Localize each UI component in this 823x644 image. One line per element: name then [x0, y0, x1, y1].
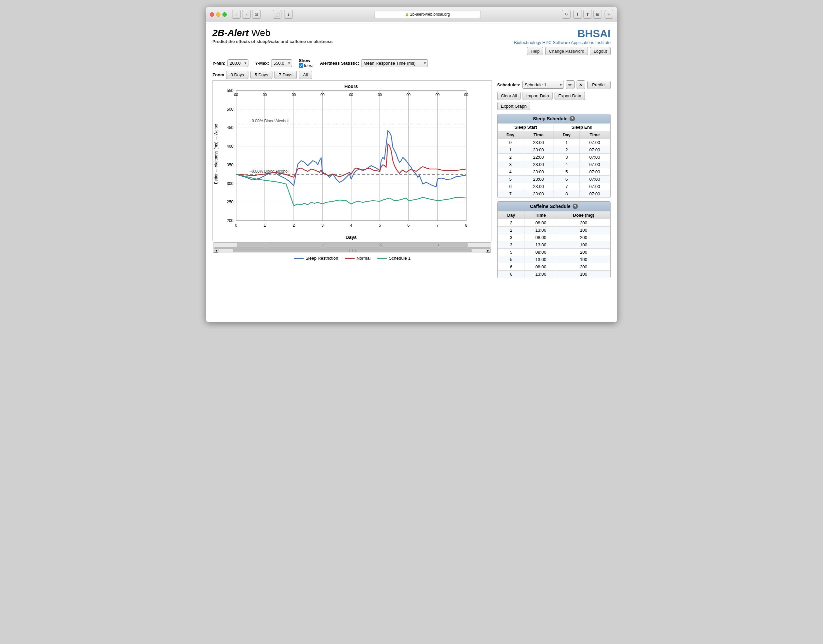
show-values-label: lues:: [304, 63, 313, 68]
sleep-start-header: Sleep Start: [498, 124, 554, 131]
table-cell: 100: [557, 227, 610, 234]
sleep-schedule-table: Sleep Start Sleep End Day Time Day Time: [497, 123, 610, 198]
scroll-label-5: 5: [380, 243, 382, 247]
scroll-left-button[interactable]: ◄: [214, 249, 218, 253]
caffeine-schedule-row: 213:00100: [498, 227, 610, 234]
scroll-label-7: 7: [438, 243, 439, 247]
table-cell: 07:00: [579, 190, 610, 198]
svg-text:550: 550: [227, 88, 233, 93]
table-cell: 4: [554, 161, 579, 168]
share-action-button[interactable]: ⬆: [583, 10, 592, 19]
table-cell: 23:00: [523, 176, 554, 183]
edit-schedule-button[interactable]: ✏: [566, 80, 574, 89]
back-button[interactable]: ‹: [232, 10, 241, 19]
app-subtitle: Predict the effects of sleep/wake and ca…: [212, 39, 333, 44]
sleep-schedule-body: 023:00107:00123:00207:00222:00307:00323:…: [498, 139, 610, 198]
schedule-select[interactable]: Schedule 1: [522, 81, 564, 89]
browser-actions: ⬇ ⬆ ⊞: [573, 10, 602, 19]
table-cell: 08:00: [525, 249, 557, 256]
sleep-schedule-row: 323:00407:00: [498, 161, 610, 168]
legend-normal: Normal: [345, 256, 370, 261]
new-tab-button[interactable]: +: [605, 10, 613, 19]
zoom-label: Zoom: [212, 72, 224, 77]
caffeine-schedule-row: 608:00200: [498, 263, 610, 271]
caffeine-schedule-row: 308:00200: [498, 234, 610, 241]
svg-text:450: 450: [227, 125, 233, 130]
app-title: 2B-Alert Web: [212, 28, 333, 38]
y-max-select[interactable]: 550.0: [271, 59, 292, 67]
sleep-end-time-header: Time: [579, 131, 610, 139]
caffeine-schedule-row: 613:00100: [498, 271, 610, 278]
sleep-start-day-header: Day: [498, 131, 523, 139]
import-data-button[interactable]: Import Data: [522, 92, 553, 100]
svg-text:5: 5: [379, 223, 381, 228]
table-cell: 6: [498, 183, 523, 190]
scroll-right-button[interactable]: ►: [486, 249, 491, 253]
action-row-1: Clear All Import Data Export Data: [497, 92, 611, 100]
y-max-select-wrapper: 550.0 ▼: [271, 59, 292, 67]
table-cell: 5: [498, 176, 523, 183]
table-cell: 5: [498, 256, 525, 263]
show-values-checkbox[interactable]: [299, 63, 303, 67]
caffeine-schedule-help-icon[interactable]: ?: [573, 204, 578, 209]
zoom-5days-button[interactable]: 5 Days: [250, 71, 272, 79]
sleep-schedule-title: Sleep Schedule: [533, 116, 567, 121]
reload-button[interactable]: ↻: [562, 10, 571, 19]
sleep-schedule-header: Sleep Schedule ?: [497, 114, 610, 123]
y-min-label: Y-Min:: [212, 61, 226, 66]
sleep-schedule-help-icon[interactable]: ?: [570, 116, 575, 121]
svg-text:2: 2: [293, 223, 295, 228]
table-cell: 22:00: [523, 154, 554, 161]
export-data-button[interactable]: Export Data: [554, 92, 585, 100]
caffeine-schedule-title: Caffeine Schedule: [530, 204, 570, 209]
table-cell: 23:00: [523, 139, 554, 146]
table-cell: 200: [557, 219, 610, 227]
logout-button[interactable]: Logout: [590, 47, 611, 55]
sleep-schedule-row: 222:00307:00: [498, 154, 610, 161]
caffeine-schedule-section: Caffeine Schedule ? Day Time Dose (mg): [497, 201, 611, 278]
legend-normal-line: [345, 258, 355, 259]
tabs-button[interactable]: ⊞: [593, 10, 602, 19]
table-cell: 3: [498, 234, 525, 241]
table-cell: 2: [498, 154, 523, 161]
sleep-end-header: Sleep End: [554, 124, 610, 131]
sleep-schedule-section: Sleep Schedule ? Sleep Start Sleep End D…: [497, 113, 611, 198]
clear-all-button[interactable]: Clear All: [497, 92, 521, 100]
zoom-3days-button[interactable]: 3 Days: [226, 71, 248, 79]
info-button[interactable]: ℹ: [284, 10, 293, 19]
alertness-select-wrapper: Mean Response Time (ms) ▼: [361, 59, 428, 67]
address-bar[interactable]: 🔒 2b-alert-web.bhsai.org: [374, 11, 481, 18]
share-button[interactable]: ⬜: [273, 10, 281, 19]
table-cell: 07:00: [579, 176, 610, 183]
table-cell: 07:00: [579, 183, 610, 190]
delete-schedule-button[interactable]: ✕: [577, 80, 585, 89]
table-cell: 6: [498, 271, 525, 278]
zoom-7days-button[interactable]: 7 Days: [275, 71, 296, 79]
help-button[interactable]: Help: [527, 47, 543, 55]
caffeine-schedule-row: 313:00100: [498, 241, 610, 249]
app-title-block: 2B-Alert Web Predict the effects of slee…: [212, 28, 333, 44]
sleep-schedule-row: 723:00807:00: [498, 190, 610, 198]
alertness-select[interactable]: Mean Response Time (ms): [361, 59, 428, 67]
table-cell: 23:00: [523, 183, 554, 190]
zoom-all-button[interactable]: All: [299, 71, 312, 79]
predict-button[interactable]: Predict: [587, 81, 611, 89]
sleep-schedule-row: 023:00107:00: [498, 139, 610, 146]
minimize-button[interactable]: [216, 12, 220, 17]
bhsai-tagline: Biotechnology HPC Software Applications …: [514, 40, 611, 45]
window-button[interactable]: ⊡: [252, 10, 261, 19]
table-cell: 3: [498, 241, 525, 249]
export-graph-button[interactable]: Export Graph: [497, 102, 530, 110]
lock-icon: 🔒: [405, 13, 409, 16]
table-cell: 1: [554, 139, 579, 146]
show-group: Show lues:: [299, 58, 313, 68]
close-button[interactable]: [210, 12, 214, 17]
change-password-button[interactable]: Change Password: [545, 47, 588, 55]
svg-text:400: 400: [227, 144, 233, 149]
y-min-select[interactable]: 200.0: [227, 59, 249, 67]
maximize-button[interactable]: [223, 12, 227, 17]
download-button[interactable]: ⬇: [573, 10, 582, 19]
svg-text:00: 00: [321, 93, 324, 97]
forward-button[interactable]: ›: [242, 10, 251, 19]
caffeine-schedule-table: Day Time Dose (mg) 208:00200213:00100308…: [497, 211, 610, 278]
